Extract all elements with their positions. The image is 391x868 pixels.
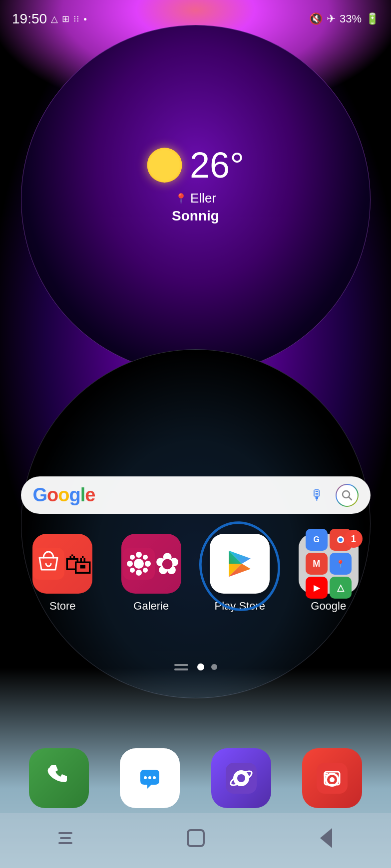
mute-icon: 🔇 <box>309 12 323 25</box>
google-label: Google <box>311 600 346 613</box>
svg-point-7 <box>127 561 133 567</box>
page-line-1 <box>174 664 188 666</box>
galerie-label: Galerie <box>133 600 169 613</box>
battery-icon: 🔋 <box>366 12 379 25</box>
recents-icon <box>58 832 72 844</box>
location-pin-icon: 📍 <box>175 193 187 205</box>
page-dot-active[interactable] <box>197 663 204 670</box>
svg-point-24 <box>148 776 151 779</box>
drive-icon: △ <box>51 13 58 24</box>
svg-line-1 <box>349 497 352 500</box>
store-icon <box>32 534 92 594</box>
app-grid: Store Galerie <box>18 534 373 613</box>
recents-button[interactable] <box>45 823 85 853</box>
sun-icon <box>147 148 182 183</box>
dock-item-camera[interactable] <box>302 748 362 808</box>
svg-rect-2 <box>32 548 64 580</box>
svg-point-8 <box>145 561 151 567</box>
dock <box>13 748 378 808</box>
galerie-icon <box>121 534 181 594</box>
mini-gmail-icon: M <box>306 553 328 575</box>
airplane-icon: ✈ <box>327 12 336 25</box>
play-store-icon <box>210 534 270 594</box>
back-button[interactable] <box>306 823 346 853</box>
store-label: Store <box>49 600 76 613</box>
page-dots <box>174 663 217 670</box>
weather-temperature: 26° <box>190 145 244 186</box>
dot-icon: ● <box>83 15 87 22</box>
apps-icon: ⁝⁝ <box>73 13 79 24</box>
google-folder-icon: 1 G M 📍 ▶ △ <box>299 534 359 594</box>
mini-google-icon: G <box>306 529 328 551</box>
mini-drive-icon: △ <box>330 577 352 599</box>
svg-point-10 <box>143 555 148 560</box>
weather-widget[interactable]: 26° 📍 Eller Sonnig <box>147 145 244 224</box>
svg-point-25 <box>153 776 156 779</box>
svg-point-6 <box>136 570 142 576</box>
mini-youtube-icon: ▶ <box>306 577 328 599</box>
page-dot-inactive[interactable] <box>211 664 217 670</box>
lens-inner <box>337 485 358 506</box>
weather-condition: Sonnig <box>147 208 244 224</box>
dock-item-messages[interactable] <box>120 748 180 808</box>
nav-line-3 <box>58 842 72 844</box>
weather-location: Eller <box>190 191 216 206</box>
phone-icon <box>29 748 89 808</box>
nav-line-1 <box>58 832 72 834</box>
battery-level: 33% <box>340 12 362 25</box>
messages-icon <box>120 748 180 808</box>
svg-point-29 <box>237 774 245 782</box>
browser-icon <box>211 748 271 808</box>
gallery-icon: ⊞ <box>62 13 69 24</box>
page-line-2 <box>174 668 188 670</box>
microphone-icon[interactable]: 🎙 <box>307 485 328 506</box>
weather-temp-row: 26° <box>147 145 244 186</box>
mini-maps-icon: 📍 <box>330 553 352 575</box>
status-right: 🔇 ✈ 33% 🔋 <box>309 12 379 25</box>
google-logo: Google <box>33 484 95 506</box>
play-store-label: Play Store <box>215 600 266 613</box>
status-time: 19:50 <box>12 11 47 27</box>
google-lens-icon[interactable] <box>336 484 359 507</box>
nav-line-2 <box>60 837 71 839</box>
notification-badge: 1 <box>345 530 363 548</box>
status-left: 19:50 △ ⊞ ⁝⁝ ● <box>12 11 87 27</box>
svg-point-9 <box>130 555 135 560</box>
app-item-store[interactable]: Store <box>24 534 101 613</box>
back-icon <box>320 828 332 848</box>
app-item-play-store[interactable]: Play Store <box>201 534 279 613</box>
page-lines-indicator <box>174 664 188 670</box>
svg-point-4 <box>134 559 144 569</box>
svg-point-20 <box>339 538 343 542</box>
dock-item-browser[interactable] <box>211 748 271 808</box>
svg-point-23 <box>144 776 147 779</box>
svg-point-5 <box>136 552 142 558</box>
dock-item-phone[interactable] <box>29 748 89 808</box>
weather-location-row: 📍 Eller <box>147 191 244 206</box>
svg-point-12 <box>143 568 148 573</box>
status-bar: 19:50 △ ⊞ ⁝⁝ ● 🔇 ✈ 33% 🔋 <box>0 0 391 32</box>
svg-point-32 <box>330 777 335 782</box>
app-item-galerie[interactable]: Galerie <box>112 534 190 613</box>
navigation-bar <box>0 813 391 868</box>
search-bar[interactable]: Google 🎙 <box>21 476 371 514</box>
home-icon <box>187 829 205 847</box>
screen: 19:50 △ ⊞ ⁝⁝ ● 🔇 ✈ 33% 🔋 26° 📍 Eller Son… <box>0 0 391 868</box>
orb-bottom <box>21 349 371 698</box>
svg-point-11 <box>130 568 135 573</box>
home-button[interactable] <box>176 823 216 853</box>
app-item-google[interactable]: 1 G M 📍 ▶ △ Google <box>290 534 367 613</box>
camera-icon <box>302 748 362 808</box>
